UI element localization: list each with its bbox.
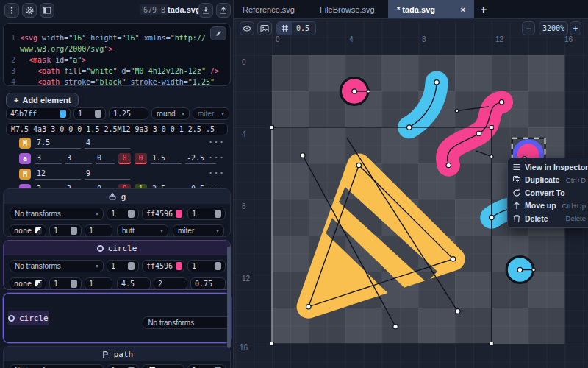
transforms-select[interactable]: No transforms▾ [10,364,104,368]
stroke-input[interactable]: none [10,224,46,237]
opacity-swatch[interactable] [71,280,77,288]
stroke-opacity-input[interactable]: 1 [49,224,82,237]
command-arg[interactable]: 12 [35,169,81,180]
stroke-swatch[interactable] [35,280,42,288]
card-header-path[interactable]: path [4,347,230,361]
code-editor[interactable]: 1 <svg width="16" height="16" xmlns="htt… [3,23,231,86]
command-arg[interactable]: 7.5 [35,138,81,149]
command-arg[interactable]: 0 [118,153,131,164]
opacity-swatch[interactable] [95,110,101,118]
command-arg[interactable]: 1.5 [151,153,182,164]
context-menu-item[interactable]: Duplicate Ctrl+D [508,174,588,187]
opacity-input[interactable]: 1 [187,208,226,220]
stroke-color-input[interactable]: 45b7ff [6,107,71,120]
card-header-circle[interactable]: circle [8,311,49,325]
add-element-button[interactable]: + Add element [6,93,79,107]
fill-opacity-input[interactable]: 1 [107,364,139,368]
fill-opacity-input[interactable]: 1 [107,208,139,220]
opacity-input[interactable]: 1 [187,260,226,272]
fill-color-input[interactable]: ff4596 [142,208,184,220]
code-line[interactable]: 4 <path stroke="black" stroke-width="1.2… [4,77,230,86]
layout-panels-button[interactable] [40,3,54,18]
opacity-swatch[interactable] [215,210,221,218]
context-menu-item[interactable]: Move up Ctrl+Up [508,199,588,213]
linejoin-select[interactable]: miter▾ [173,224,224,237]
close-icon[interactable]: × [461,5,465,14]
background-image-button[interactable] [257,21,272,35]
opacity-input[interactable]: 1 [187,364,226,368]
path-d-input[interactable]: M7.5 4a3 3 0 0 0 1.5-2.5M12 9a3 3 0 0 1 … [6,123,228,135]
toggle-visibility-button[interactable] [240,21,254,35]
editor-tab[interactable]: * tada.svg × [388,0,474,18]
canvas-viewport[interactable]: 0 4 8 12 16 0 4 8 12 16 [234,19,588,368]
code-line[interactable]: 2 <mask id="a"> [4,54,230,66]
zoom-level[interactable]: 3200% [539,21,568,35]
context-menu-item[interactable]: Delete Delete [508,212,588,225]
command-arg[interactable]: 0 [135,153,147,164]
element-card-circle1[interactable]: circle No transforms▾ 1 ff4596 1 none 1 … [3,240,231,290]
fill-color-swatch[interactable] [176,262,182,270]
command-arg[interactable]: 9 [85,169,130,180]
opacity-swatch[interactable] [128,262,135,270]
row-menu-icon[interactable]: ··· [208,153,225,163]
fill-color-input[interactable]: ff4596 [142,260,184,272]
command-arg[interactable]: 4 [85,138,130,149]
settings-button[interactable] [22,3,37,18]
snap-control[interactable]: 0.5 [276,21,316,35]
snap-value[interactable]: 0.5 [292,24,315,32]
r-input[interactable]: 0.75 [190,277,226,290]
fill-color-input[interactable] [142,364,184,368]
zoom-out-button[interactable]: − [522,21,535,35]
linecap-select[interactable]: round▾ [151,107,190,120]
command-badge[interactable]: a [19,153,31,164]
fill-opacity-input[interactable]: 1 [107,260,139,272]
stroke-swatch[interactable] [35,227,42,235]
editor-tab[interactable]: Reference.svg × [234,0,311,18]
stroke-input[interactable]: none [10,277,46,290]
export-button[interactable] [216,3,231,18]
linecap-select[interactable]: butt▾ [117,224,168,237]
edit-code-button[interactable] [210,26,226,40]
row-menu-icon[interactable]: ··· [208,169,225,178]
editor-tab[interactable]: FileBrowse.svg × [311,0,388,18]
transforms-select[interactable]: No transforms▾ [143,316,231,329]
opacity-swatch[interactable] [128,210,135,218]
fill-color-swatch[interactable] [176,210,182,218]
linejoin-select[interactable]: miter▾ [193,107,229,120]
command-badge[interactable]: M [19,138,31,149]
command-badge[interactable]: M [19,169,31,180]
code-line[interactable]: 1 <svg width="16" height="16" xmlns="htt… [4,32,230,43]
element-card-circle2-selected[interactable]: circle No transforms▾ 1 ff4596 1 none 1 … [3,293,231,343]
stroke-color-swatch[interactable] [60,110,66,118]
download-button[interactable] [198,3,213,18]
transforms-select[interactable]: No transforms▾ [10,208,104,220]
context-menu-item[interactable]: Convert To [508,186,588,199]
opacity-swatch[interactable] [215,262,221,270]
command-arg[interactable]: 3 [35,153,62,164]
new-tab-button[interactable]: + [474,0,493,18]
command-arg[interactable]: 3 [65,153,92,164]
element-card-path[interactable]: path No transforms▾ 1 1 [3,346,231,368]
stroke-opacity-input[interactable]: 1 [49,277,82,290]
cy-input[interactable]: 2 [154,277,187,290]
element-card-g[interactable]: g No transforms▾ 1 ff4596 1 none 1 1 but… [3,188,231,237]
file-size-badge: 679 B [140,4,169,15]
kebab-menu-button[interactable] [4,3,19,18]
command-arg[interactable]: 0 [96,153,115,164]
code-line[interactable]: 3 <path fill="white" d="M0 4h12v12h-12z"… [4,66,230,77]
context-menu-item[interactable]: View in Inspector [508,160,588,174]
stroke-width-input[interactable]: 1 [85,224,112,237]
zoom-in-button[interactable]: + [570,21,581,35]
inspector-scrollbar[interactable] [227,247,231,348]
card-header-circle[interactable]: circle [4,241,230,255]
card-header-g[interactable]: g [4,189,230,204]
stroke-width-input[interactable]: 1 [85,277,112,290]
code-line[interactable]: www.w3.org/2000/svg"> [4,43,230,54]
opacity-swatch[interactable] [71,227,77,235]
stroke-width-input[interactable]: 1.25 [109,107,148,120]
row-menu-icon[interactable]: ··· [208,138,225,147]
snap-grid-icon[interactable] [277,22,292,35]
transforms-select[interactable]: No transforms▾ [10,260,104,272]
stroke-opacity-input[interactable]: 1 [74,107,106,120]
cx-input[interactable]: 4.5 [117,277,151,290]
